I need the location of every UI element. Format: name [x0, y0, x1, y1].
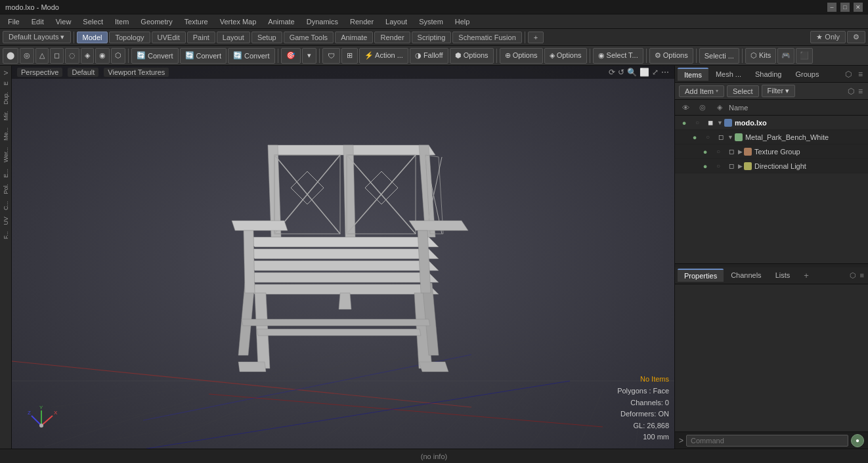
- layout-tab-setup[interactable]: Setup: [251, 32, 282, 43]
- settings-button[interactable]: ⚙: [847, 31, 865, 43]
- tool-icon-0[interactable]: ⬤: [3, 48, 18, 64]
- tool-icon-7[interactable]: ⬡: [111, 48, 125, 64]
- items-expand-icon[interactable]: ⬡: [846, 85, 856, 97]
- tab-mesh[interactable]: Mesh ...: [709, 68, 748, 80]
- refresh-icon[interactable]: ↺: [618, 68, 624, 77]
- action-btn-4[interactable]: ⬢ Options: [450, 48, 494, 64]
- menu-item-edit[interactable]: Edit: [26, 16, 49, 27]
- props-tab-lists[interactable]: Lists: [769, 269, 797, 281]
- action-btn-2[interactable]: ⚡ Action ...: [359, 48, 408, 64]
- tool-btn-0[interactable]: 🎯: [281, 48, 301, 64]
- menu-item-help[interactable]: Help: [450, 16, 475, 27]
- layout-tab-topology[interactable]: Topology: [109, 32, 150, 43]
- action-btn-1[interactable]: ⊞: [341, 48, 358, 64]
- menu-item-file[interactable]: File: [3, 16, 25, 27]
- layout-tab-animate[interactable]: Animate: [335, 32, 373, 43]
- command-input[interactable]: [686, 435, 848, 447]
- props-menu-icon[interactable]: ≡: [859, 270, 865, 281]
- items-menu-icon[interactable]: ≡: [857, 85, 864, 97]
- expand-icon-mesh[interactable]: ▼: [727, 134, 733, 141]
- expand-icon-light[interactable]: ▶: [738, 163, 743, 169]
- layout-tab-scripting[interactable]: Scripting: [412, 32, 452, 43]
- layout-tab-schematic-fusion[interactable]: Schematic Fusion: [452, 32, 521, 43]
- viewport-textures-label[interactable]: Viewport Textures: [104, 68, 169, 77]
- menu-item-item[interactable]: Item: [110, 16, 134, 27]
- rotate-icon[interactable]: ⟳: [609, 68, 615, 77]
- items-list[interactable]: ● ○ ◼ ▼ modo.lxo ● ○ ◻ ▼ Metal_Park_Benc…: [675, 116, 868, 263]
- command-go-button[interactable]: ●: [851, 434, 864, 447]
- eye-icon-texgrp[interactable]: ●: [699, 148, 712, 156]
- panel-menu-icon[interactable]: ≡: [856, 68, 865, 80]
- props-tab-channels[interactable]: Channels: [724, 269, 768, 281]
- kits-btn[interactable]: ⬡ Kits: [745, 48, 776, 64]
- props-add-icon[interactable]: +: [800, 269, 813, 282]
- expand-icon-texgrp[interactable]: ▶: [738, 148, 743, 155]
- selecti-btn[interactable]: Selecti ...: [699, 48, 739, 64]
- tab-items[interactable]: Items: [678, 68, 708, 81]
- gamepad-btn-0[interactable]: 🎮: [777, 48, 794, 64]
- expand-icon-root[interactable]: ▼: [717, 120, 723, 126]
- viewport[interactable]: Perspective Default Viewport Textures ⟳ …: [12, 66, 674, 449]
- lock-icon-light[interactable]: ○: [712, 162, 725, 169]
- tool-icon-5[interactable]: ◈: [81, 48, 94, 64]
- item-row-mesh[interactable]: ● ○ ◻ ▼ Metal_Park_Bench_White: [675, 130, 868, 144]
- star-only-button[interactable]: ★ Only: [810, 31, 846, 43]
- search-icon[interactable]: 🔍: [627, 68, 637, 77]
- gamepad-btn-1[interactable]: ⬛: [796, 48, 813, 64]
- props-expand-icon[interactable]: ⬡: [848, 270, 857, 281]
- tool-icon-3[interactable]: ◻: [50, 48, 64, 64]
- sidebar-tab-E[interactable]: E: [1, 79, 11, 88]
- sidebar-tab-Mir.[interactable]: Mir.: [1, 108, 11, 123]
- eye-icon-mesh[interactable]: ●: [688, 133, 701, 141]
- add-item-button[interactable]: Add Item ▾: [679, 85, 724, 97]
- layout-tab-render[interactable]: Render: [374, 32, 410, 43]
- tab-groups[interactable]: Groups: [789, 68, 825, 80]
- tab-shading[interactable]: Shading: [749, 68, 788, 80]
- item-row-root[interactable]: ● ○ ◼ ▼ modo.lxo: [675, 116, 868, 130]
- item-row-light[interactable]: ● ○ ◻ ▶ Directional Light: [675, 159, 868, 173]
- menu-item-geometry[interactable]: Geometry: [135, 16, 177, 27]
- select-button[interactable]: Select: [727, 85, 759, 97]
- close-button[interactable]: ✕: [854, 3, 863, 12]
- tool-icon-1[interactable]: ◎: [20, 48, 34, 64]
- panel-expand-icon[interactable]: ⬡: [842, 68, 854, 80]
- sidebar-tab-F...[interactable]: F...: [1, 229, 11, 242]
- frame-icon[interactable]: ⬜: [640, 68, 649, 77]
- sidebar-tab-C...[interactable]: C...: [1, 198, 11, 213]
- default-layouts-dropdown[interactable]: Default Layouts ▾: [3, 31, 71, 43]
- lock-icon-mesh[interactable]: ○: [701, 133, 714, 141]
- perspective-label[interactable]: Perspective: [17, 68, 62, 77]
- lock-icon-root[interactable]: ○: [691, 119, 704, 126]
- dots-icon[interactable]: ⋯: [661, 68, 669, 77]
- viewport-canvas[interactable]: No Items Polygons : Face Channels: 0 Def…: [12, 66, 674, 449]
- menu-item-vertex map[interactable]: Vertex Map: [215, 16, 262, 27]
- tool-icon-4[interactable]: ◌: [65, 48, 79, 64]
- eye-icon-light[interactable]: ●: [699, 162, 712, 170]
- layout-tab-model[interactable]: Model: [77, 32, 108, 43]
- sidebar-tab-E...[interactable]: E...: [1, 166, 11, 181]
- opt-btn-1[interactable]: ◈ Options: [544, 48, 587, 64]
- filter-button[interactable]: Filter ▾: [762, 85, 796, 97]
- menu-item-animate[interactable]: Animate: [263, 16, 299, 27]
- sidebar-tab-V[interactable]: V: [1, 68, 11, 77]
- tool-icon-6[interactable]: ◉: [95, 48, 110, 64]
- menu-item-layout[interactable]: Layout: [380, 16, 412, 27]
- convert-button-2[interactable]: 🔄 Convert: [228, 48, 275, 64]
- props-tab-properties[interactable]: Properties: [678, 269, 724, 282]
- kits-options-btn[interactable]: ⚙ Options: [649, 48, 693, 64]
- convert-button-0[interactable]: 🔄 Convert: [131, 48, 179, 64]
- tool-btn-1[interactable]: ▾: [302, 48, 316, 64]
- menu-item-texture[interactable]: Texture: [179, 16, 213, 27]
- lock-icon-texgrp[interactable]: ○: [712, 148, 725, 155]
- opt-btn-0[interactable]: ⊕ Options: [500, 48, 543, 64]
- menu-item-dynamics[interactable]: Dynamics: [301, 16, 343, 27]
- menu-item-view[interactable]: View: [51, 16, 77, 27]
- sidebar-tab-Me...[interactable]: Me...: [1, 125, 11, 143]
- tool-icon-2[interactable]: △: [35, 48, 49, 64]
- eye-icon-root[interactable]: ●: [678, 119, 691, 127]
- minimize-button[interactable]: –: [827, 3, 836, 12]
- layout-tab-paint[interactable]: Paint: [187, 32, 215, 43]
- menu-item-render[interactable]: Render: [345, 16, 379, 27]
- item-row-texgrp[interactable]: ● ○ ◻ ▶ Texture Group: [675, 144, 868, 159]
- layout-tab-layout[interactable]: Layout: [217, 32, 250, 43]
